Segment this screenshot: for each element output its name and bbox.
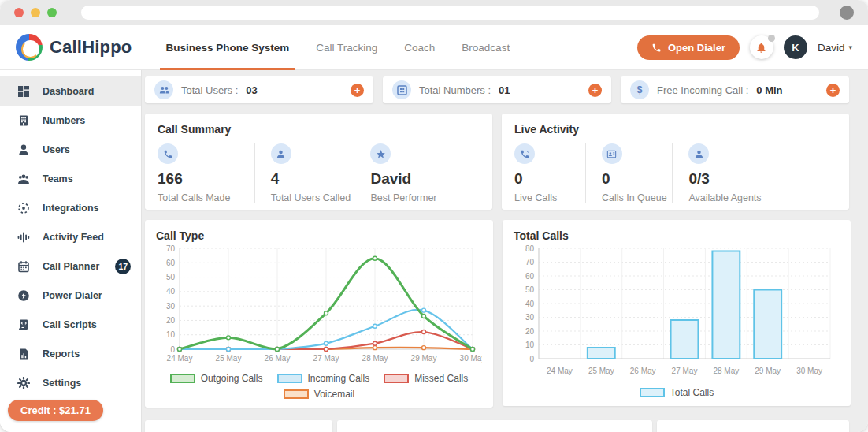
svg-text:20: 20: [166, 316, 176, 325]
address-bar[interactable]: [81, 6, 819, 20]
add-number-button[interactable]: +: [588, 84, 602, 97]
open-dialer-label: Open Dialer: [668, 42, 725, 54]
sidebar-item-integrations[interactable]: Integrations: [0, 193, 141, 222]
sidebar-item-label: Users: [43, 144, 70, 155]
dashboard-icon: [17, 85, 30, 98]
svg-text:30 May: 30 May: [460, 354, 482, 363]
svg-text:40: 40: [166, 287, 176, 296]
users-icon: [17, 143, 30, 156]
close-window-icon[interactable]: [14, 8, 24, 17]
chart-title: Call Type: [156, 229, 482, 242]
tab-business-phone-system[interactable]: Business Phone System: [152, 25, 302, 70]
maximize-window-icon[interactable]: [47, 8, 57, 17]
svg-text:27 May: 27 May: [672, 367, 698, 375]
metric-value: 166: [158, 170, 243, 188]
sidebar-item-users[interactable]: Users: [0, 135, 141, 164]
svg-text:70: 70: [525, 258, 535, 266]
stat-value: 0 Min: [756, 84, 782, 96]
sidebar-item-dashboard[interactable]: Dashboard: [0, 76, 141, 106]
numbers-icon: [17, 114, 30, 127]
avatar[interactable]: K: [784, 35, 807, 59]
svg-text:24 May: 24 May: [547, 367, 573, 375]
svg-text:25 May: 25 May: [216, 354, 242, 363]
legend-item: Outgoing Calls: [170, 373, 263, 384]
callhippo-logo-icon: [16, 34, 43, 61]
sidebar-item-label: Integrations: [43, 203, 99, 214]
sidebar-item-label: Power Dialer: [43, 290, 102, 301]
stat-row: Total Users : 03 + Total Numbers : 01 + …: [145, 76, 849, 103]
partial-card: [337, 420, 652, 432]
keypad-icon: [397, 85, 407, 95]
svg-text:0: 0: [170, 345, 175, 354]
open-dialer-button[interactable]: Open Dialer: [637, 35, 740, 60]
svg-text:29 May: 29 May: [411, 354, 437, 363]
svg-text:26 May: 26 May: [630, 367, 656, 375]
add-credit-button[interactable]: +: [826, 84, 840, 97]
stat-value: 03: [246, 84, 257, 96]
free-incoming-call-card: $ Free Incoming Call : 0 Min +: [621, 76, 849, 103]
svg-text:30: 30: [166, 302, 176, 311]
legend-item: Voicemail: [284, 389, 354, 400]
tab-call-tracking[interactable]: Call Tracking: [302, 25, 391, 70]
svg-text:30: 30: [525, 313, 535, 322]
svg-text:26 May: 26 May: [265, 354, 291, 363]
svg-text:0: 0: [529, 355, 534, 363]
minimize-window-icon[interactable]: [31, 8, 40, 17]
total-numbers-card: Total Numbers : 01 +: [383, 76, 611, 103]
tab-broadcast[interactable]: Broadcast: [448, 25, 523, 70]
svg-text:60: 60: [525, 272, 535, 281]
total-calls-chart: 0102030405060708024 May25 May26 May27 Ma…: [514, 242, 840, 381]
metric-label: Total Calls Made: [158, 192, 243, 203]
dashboard-main: Total Users : 03 + Total Numbers : 01 + …: [142, 70, 868, 432]
outgoing-calls-swatch: [170, 374, 195, 383]
user-menu[interactable]: David ▾: [818, 42, 852, 54]
stat-label: Total Users :: [181, 84, 238, 96]
svg-text:28 May: 28 May: [362, 354, 388, 363]
activity-feed-icon: [17, 231, 30, 244]
sidebar-item-call-planner[interactable]: Call Planner 17: [0, 251, 141, 281]
sidebar-item-activity-feed[interactable]: Activity Feed: [0, 222, 141, 251]
summary-row: Call Summary 166 Total Calls Made 4 Tota…: [145, 114, 849, 210]
tab-coach[interactable]: Coach: [391, 25, 448, 70]
sidebar-item-call-scripts[interactable]: Call Scripts: [0, 310, 141, 339]
voicemail-swatch: [284, 389, 309, 399]
sidebar-item-numbers[interactable]: Numbers: [0, 106, 141, 135]
total-users-card: Total Users : 03 +: [145, 76, 373, 103]
reports-icon: [17, 348, 30, 360]
call-planner-icon: [17, 260, 30, 273]
svg-text:60: 60: [166, 259, 176, 267]
available-agents-section: 0/3 Available Agents: [672, 143, 836, 203]
svg-text:80: 80: [525, 244, 535, 253]
plus-icon: +: [354, 85, 361, 95]
metric-label: Live Calls: [514, 192, 574, 203]
metric-value: 0: [602, 170, 661, 188]
credit-badge[interactable]: Credit : $21.71: [8, 400, 103, 421]
stat-label: Total Numbers :: [419, 84, 491, 96]
users-group-icon: [159, 85, 169, 95]
sidebar-item-label: Reports: [43, 348, 80, 359]
user-name-label: David: [818, 42, 845, 54]
best-performer-section: David Best Performer: [354, 143, 480, 203]
sidebar-item-reports[interactable]: Reports: [0, 339, 141, 368]
svg-text:70: 70: [166, 244, 176, 253]
svg-text:50: 50: [525, 285, 535, 294]
sidebar-item-settings[interactable]: Settings: [0, 368, 141, 397]
notifications-button[interactable]: [750, 35, 773, 59]
add-user-button[interactable]: +: [351, 84, 364, 97]
legend-item: Missed Calls: [384, 373, 468, 384]
metric-label: Available Agents: [688, 192, 825, 203]
metric-label: Total Users Called: [271, 192, 343, 203]
svg-text:30 May: 30 May: [796, 367, 822, 375]
call-type-legend-row2: Voicemail: [156, 389, 482, 400]
phone-call-icon: [520, 149, 530, 159]
browser-profile-icon[interactable]: [840, 6, 854, 20]
incoming-calls-swatch: [277, 374, 302, 383]
browser-chrome-bar: [0, 0, 868, 25]
dollar-icon: $: [630, 80, 649, 99]
metric-value: David: [370, 170, 469, 188]
sidebar-item-power-dialer[interactable]: Power Dialer: [0, 281, 141, 310]
callhippo-logo[interactable]: CallHippo: [16, 34, 132, 61]
partial-cards-row: [145, 420, 849, 432]
sidebar-item-teams[interactable]: Teams: [0, 164, 141, 193]
sidebar-item-label: Numbers: [43, 115, 85, 126]
